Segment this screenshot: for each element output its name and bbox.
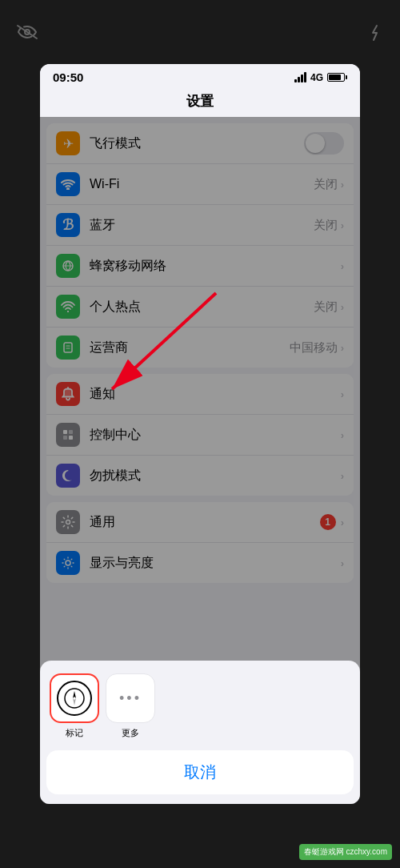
share-sheet: 标记 ••• 更多 取消 <box>40 661 360 804</box>
carrier-row[interactable]: 运营商 中国移动 › <box>46 328 354 368</box>
carrier-icon <box>56 336 80 360</box>
watermark: 春蜓游戏网 czchxy.com <box>299 844 392 860</box>
carrier-label: 运营商 <box>90 340 290 356</box>
more-label: 更多 <box>122 727 139 739</box>
svg-point-12 <box>66 561 70 565</box>
cancel-row: 取消 <box>46 750 354 794</box>
settings-group-3: 通用 1 › 显示与亮度 › <box>46 502 354 583</box>
svg-marker-16 <box>73 691 76 698</box>
cellular-label: 蜂窝移动网络 <box>90 258 341 275</box>
dnd-row[interactable]: 勿扰模式 › <box>46 456 354 496</box>
notifications-chevron: › <box>341 388 344 400</box>
markup-item[interactable]: 标记 <box>50 673 99 739</box>
svg-rect-8 <box>69 430 73 434</box>
dnd-label: 勿扰模式 <box>90 468 341 484</box>
notifications-label: 通知 <box>90 386 341 403</box>
cancel-button[interactable]: 取消 <box>46 750 354 794</box>
general-chevron: › <box>341 516 344 528</box>
svg-point-3 <box>67 311 69 312</box>
network-type: 4G <box>310 72 323 83</box>
settings-content: ✈ 飞行模式 Wi-Fi 关闭 › <box>40 117 360 804</box>
carrier-value: 中国移动 <box>290 340 338 356</box>
dnd-icon <box>56 464 80 488</box>
compass-circle <box>57 681 92 716</box>
status-time: 09:50 <box>53 70 83 84</box>
signal-icon <box>294 72 306 82</box>
hotspot-chevron: › <box>341 301 344 313</box>
cellular-row[interactable]: 蜂窝移动网络 › <box>46 246 354 287</box>
carrier-chevron: › <box>341 342 344 354</box>
battery-icon <box>327 73 347 82</box>
svg-rect-4 <box>64 343 72 352</box>
airplane-row[interactable]: ✈ 飞行模式 <box>46 123 354 164</box>
markup-icon-box <box>50 673 99 723</box>
notifications-icon <box>56 382 80 406</box>
dnd-chevron: › <box>341 470 344 482</box>
hotspot-label: 个人热点 <box>90 299 314 315</box>
airplane-label: 飞行模式 <box>90 135 304 152</box>
general-badge: 1 <box>320 514 336 530</box>
flash-icon <box>366 24 384 46</box>
phone-screen: 09:50 4G 设置 ✈ 飞行模式 <box>40 64 360 804</box>
svg-point-1 <box>67 188 69 190</box>
display-label: 显示与亮度 <box>90 555 341 572</box>
bluetooth-chevron: › <box>341 219 344 231</box>
status-bar: 09:50 4G <box>40 64 360 87</box>
airplane-toggle[interactable] <box>304 132 344 155</box>
share-apps-row: 标记 ••• 更多 <box>40 661 360 745</box>
bluetooth-icon: ℬ <box>56 213 80 237</box>
markup-label: 标记 <box>66 727 83 739</box>
settings-group-1: ✈ 飞行模式 Wi-Fi 关闭 › <box>46 123 354 368</box>
controlcenter-chevron: › <box>341 429 344 441</box>
general-row[interactable]: 通用 1 › <box>46 502 354 543</box>
more-icon-box: ••• <box>106 673 155 723</box>
hotspot-value: 关闭 <box>314 299 338 315</box>
status-icons: 4G <box>294 72 347 83</box>
display-chevron: › <box>341 557 344 569</box>
settings-group-2: 通知 › 控制中心 › <box>46 374 354 496</box>
general-icon <box>56 510 80 534</box>
wifi-label: Wi-Fi <box>90 177 314 191</box>
bluetooth-value: 关闭 <box>314 218 338 233</box>
svg-rect-7 <box>63 430 67 434</box>
settings-title: 设置 <box>40 87 360 117</box>
general-label: 通用 <box>90 514 320 531</box>
wifi-icon <box>56 172 80 196</box>
svg-rect-10 <box>69 436 73 440</box>
cellular-icon <box>56 254 80 278</box>
bluetooth-label: 蓝牙 <box>90 217 314 234</box>
more-dots: ••• <box>119 690 142 707</box>
cellular-chevron: › <box>341 260 344 272</box>
controlcenter-label: 控制中心 <box>90 427 341 444</box>
bluetooth-row[interactable]: ℬ 蓝牙 关闭 › <box>46 205 354 246</box>
eye-slash-icon <box>16 24 38 45</box>
display-row[interactable]: 显示与亮度 › <box>46 543 354 583</box>
airplane-icon: ✈ <box>56 131 80 155</box>
wifi-row[interactable]: Wi-Fi 关闭 › <box>46 164 354 205</box>
controlcenter-row[interactable]: 控制中心 › <box>46 415 354 456</box>
controlcenter-icon <box>56 423 80 447</box>
svg-marker-17 <box>73 698 76 705</box>
hotspot-row[interactable]: 个人热点 关闭 › <box>46 287 354 328</box>
wifi-value: 关闭 <box>314 177 338 192</box>
svg-point-11 <box>66 520 70 524</box>
hotspot-icon <box>56 295 80 319</box>
wifi-chevron: › <box>341 179 344 191</box>
display-icon <box>56 551 80 575</box>
svg-rect-9 <box>63 436 67 440</box>
notifications-row[interactable]: 通知 › <box>46 374 354 415</box>
more-item[interactable]: ••• 更多 <box>106 673 155 739</box>
